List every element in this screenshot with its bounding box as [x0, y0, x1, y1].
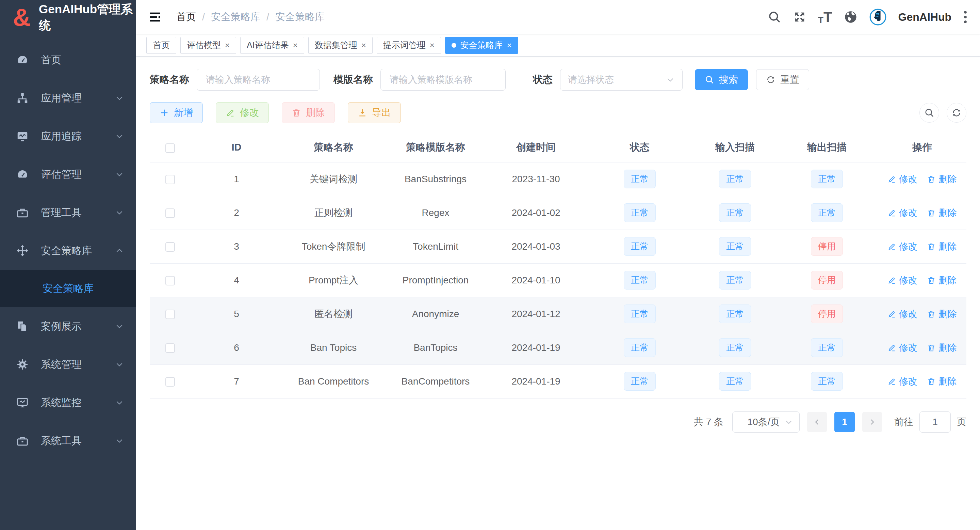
search-icon[interactable] [768, 10, 781, 24]
chevron-down-icon [666, 75, 675, 84]
row-checkbox[interactable] [165, 208, 175, 218]
input-scan-badge: 正常 [719, 305, 751, 323]
goto-label: 前往 [894, 415, 913, 428]
row-edit-button[interactable]: 修改 [888, 241, 917, 253]
row-delete-label: 删除 [939, 173, 957, 185]
row-delete-button[interactable]: 删除 [927, 241, 957, 253]
table-refresh-button[interactable] [947, 103, 966, 123]
row-edit-button[interactable]: 修改 [888, 308, 917, 320]
status-badge: 正常 [624, 271, 656, 289]
row-delete-button[interactable]: 删除 [927, 308, 957, 320]
close-icon[interactable]: × [430, 40, 434, 50]
row-edit-button[interactable]: 修改 [888, 375, 917, 388]
row-delete-button[interactable]: 删除 [927, 274, 957, 286]
row-checkbox[interactable] [165, 377, 175, 386]
sidebar-item-label: 系统工具 [41, 434, 115, 448]
pencil-icon [888, 343, 896, 352]
cell-created: 2024-01-12 [487, 297, 585, 331]
trash-icon [927, 310, 936, 318]
row-delete-label: 删除 [939, 375, 957, 388]
tab-home[interactable]: 首页 [146, 37, 176, 54]
cell-created: 2024-01-02 [487, 196, 585, 230]
export-button[interactable]: 导出 [348, 102, 401, 123]
briefcase-icon [16, 435, 29, 447]
avatar[interactable] [869, 8, 887, 26]
sidebar-item-evaluation-management[interactable]: 评估管理 [0, 155, 136, 193]
row-delete-button[interactable]: 删除 [927, 342, 957, 354]
tab-dataset-management[interactable]: 数据集管理 × [308, 37, 372, 54]
select-all-checkbox[interactable] [165, 144, 175, 153]
search-icon [924, 108, 934, 118]
sidebar-item-system-management[interactable]: 系统管理 [0, 345, 136, 383]
table-search-toggle-button[interactable] [920, 103, 939, 123]
row-edit-button[interactable]: 修改 [888, 342, 917, 354]
sidebar-item-label: 评估管理 [41, 168, 115, 182]
prev-page-button[interactable] [807, 412, 827, 432]
sidebar-collapse-icon[interactable] [148, 10, 162, 24]
row-delete-button[interactable]: 删除 [927, 207, 957, 219]
sidebar-item-case-showcase[interactable]: 案例展示 [0, 307, 136, 345]
row-checkbox[interactable] [165, 175, 175, 184]
search-button[interactable]: 搜索 [695, 69, 748, 90]
sidebar-item-system-monitoring[interactable]: 系统监控 [0, 383, 136, 422]
close-icon[interactable]: × [507, 40, 512, 50]
page-number-button[interactable]: 1 [834, 412, 855, 432]
sidebar-subitem-security-policy-library[interactable]: 安全策略库 [0, 270, 136, 307]
tab-security-policy-library[interactable]: 安全策略库 × [445, 37, 518, 54]
column-header-status: 状态 [585, 133, 694, 162]
sidebar-item-home[interactable]: 首页 [0, 41, 136, 79]
tab-label: 数据集管理 [315, 40, 357, 51]
tab-ai-evaluation-results[interactable]: AI评估结果 × [240, 37, 304, 54]
close-icon[interactable]: × [361, 40, 366, 50]
cell-template: TokenLimit [385, 230, 487, 263]
policy-name-input[interactable] [197, 69, 320, 91]
breadcrumb-item-home[interactable]: 首页 [176, 10, 196, 24]
add-button[interactable]: 新增 [150, 102, 203, 123]
row-checkbox[interactable] [165, 343, 175, 353]
row-edit-label: 修改 [899, 342, 917, 354]
fullscreen-icon[interactable] [793, 10, 807, 24]
status-select[interactable]: 请选择状态 [560, 69, 682, 91]
row-checkbox[interactable] [165, 276, 175, 286]
navbar-right-tools: TT [768, 8, 968, 26]
page-size-select[interactable]: 10条/页 [732, 412, 800, 433]
row-edit-button[interactable]: 修改 [888, 274, 917, 286]
row-edit-button[interactable]: 修改 [888, 207, 917, 219]
sidebar-item-app-tracing[interactable]: 应用追踪 [0, 117, 136, 155]
row-edit-button[interactable]: 修改 [888, 173, 917, 185]
tab-evaluation-model[interactable]: 评估模型 × [180, 37, 236, 54]
close-icon[interactable]: × [225, 40, 230, 50]
tab-prompt-management[interactable]: 提示词管理 × [377, 37, 441, 54]
cell-template: Anonymize [385, 297, 487, 331]
table-toolbar: 新增 修改 删除 [150, 102, 966, 123]
row-checkbox[interactable] [165, 242, 175, 252]
row-delete-button[interactable]: 删除 [927, 173, 957, 185]
delete-button-label: 删除 [306, 106, 325, 119]
sidebar-item-system-tools[interactable]: 系统工具 [0, 422, 136, 460]
chevron-left-icon [813, 418, 821, 426]
goto-page-input[interactable] [920, 412, 951, 433]
close-icon[interactable]: × [293, 40, 298, 50]
reset-button[interactable]: 重置 [756, 69, 809, 90]
sidebar-item-app-management[interactable]: 应用管理 [0, 79, 136, 117]
output-scan-badge: 停用 [811, 305, 843, 323]
next-page-button[interactable] [862, 412, 882, 432]
delete-button[interactable]: 删除 [282, 102, 335, 123]
font-size-icon[interactable]: TT [818, 10, 832, 24]
username-label[interactable]: GenAIHub [898, 11, 951, 24]
row-checkbox[interactable] [165, 310, 175, 319]
globe-icon[interactable] [844, 10, 858, 24]
table-row: 1 关键词检测 BanSubstrings 2023-11-30 正常 正常 正… [150, 162, 966, 196]
sidebar-item-management-tools[interactable]: 管理工具 [0, 193, 136, 231]
column-header-input-scan: 输入扫描 [694, 133, 776, 162]
chevron-down-icon [115, 170, 124, 179]
sidebar-item-security-policy-library[interactable]: 安全策略库 [0, 231, 136, 270]
row-delete-button[interactable]: 删除 [927, 375, 957, 388]
sidebar-item-label: 应用追踪 [41, 129, 115, 144]
edit-button[interactable]: 修改 [216, 102, 269, 123]
template-name-input[interactable] [380, 69, 506, 91]
kebab-menu-icon[interactable] [963, 10, 968, 24]
cell-template: BanTopics [385, 331, 487, 364]
move-arrows-icon [16, 244, 29, 257]
pencil-icon [888, 208, 896, 217]
